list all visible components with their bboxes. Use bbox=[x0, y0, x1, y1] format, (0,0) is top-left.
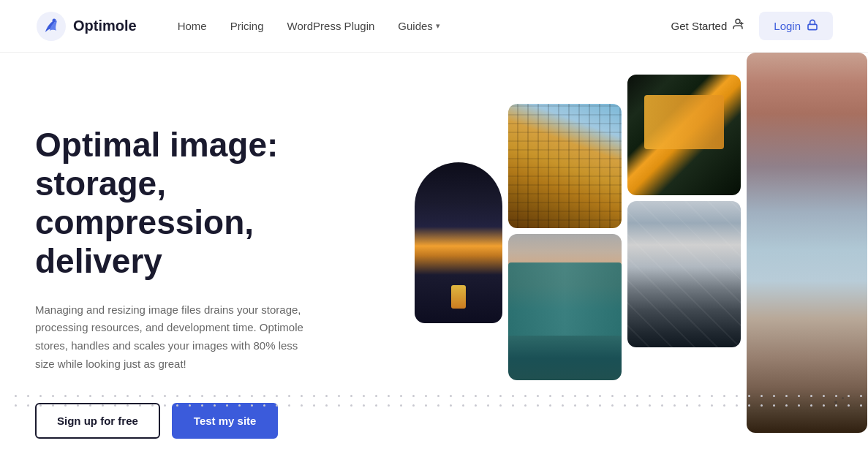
logo[interactable]: Optimole bbox=[35, 10, 137, 42]
nav-guides[interactable]: Guides ▾ bbox=[398, 20, 440, 32]
woman-reading-image bbox=[508, 234, 622, 380]
nav-pricing[interactable]: Pricing bbox=[230, 20, 264, 32]
site-header: Optimole Home Pricing WordPress Plugin G… bbox=[0, 0, 868, 53]
logo-text: Optimole bbox=[73, 18, 137, 34]
svg-point-1 bbox=[53, 18, 56, 22]
nav-wordpress-plugin[interactable]: WordPress Plugin bbox=[287, 20, 375, 32]
hero-title: Optimal image: storage, compression, del… bbox=[35, 126, 357, 281]
get-started-button[interactable]: Get Started bbox=[671, 18, 745, 34]
architecture-image bbox=[627, 201, 741, 347]
login-button[interactable]: Login bbox=[759, 12, 833, 40]
cave-image bbox=[415, 162, 502, 323]
subway-image bbox=[627, 75, 741, 195]
chevron-down-icon: ▾ bbox=[436, 21, 440, 31]
hero-description: Managing and resizing image files drains… bbox=[35, 301, 313, 374]
svg-rect-5 bbox=[808, 24, 817, 29]
building-image bbox=[508, 104, 622, 228]
svg-point-2 bbox=[736, 19, 740, 23]
nav-home[interactable]: Home bbox=[178, 20, 207, 32]
header-actions: Get Started Login bbox=[671, 12, 833, 40]
hero-section: Optimal image: storage, compression, del… bbox=[0, 53, 868, 439]
logo-icon bbox=[35, 10, 67, 42]
main-nav: Home Pricing WordPress Plugin Guides ▾ bbox=[178, 20, 671, 32]
lock-icon bbox=[807, 19, 818, 33]
user-add-icon bbox=[731, 18, 744, 34]
hero-content: Optimal image: storage, compression, del… bbox=[35, 97, 357, 439]
dots-decoration bbox=[0, 395, 868, 439]
coastal-image bbox=[747, 53, 867, 433]
